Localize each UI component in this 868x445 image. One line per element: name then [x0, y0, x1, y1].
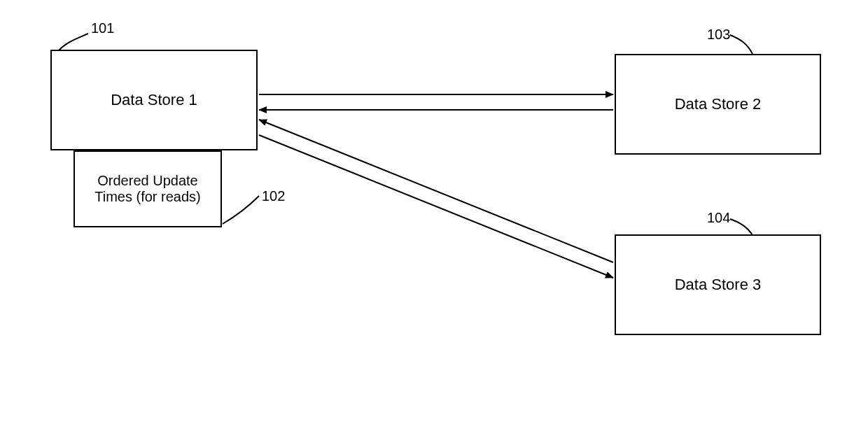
label-103: 103 [707, 27, 730, 43]
label-102: 102 [262, 188, 285, 204]
data-store-1-text: Data Store 1 [111, 91, 197, 109]
arrow-ds3-to-ds1 [259, 120, 613, 262]
leader-102 [223, 196, 259, 224]
ordered-update-times-box: Ordered Update Times (for reads) [74, 150, 222, 227]
data-store-3-text: Data Store 3 [675, 276, 762, 294]
data-store-3-box: Data Store 3 [615, 234, 821, 335]
ordered-update-times-text: Ordered Update Times (for reads) [94, 173, 201, 205]
data-store-1-box: Data Store 1 [50, 50, 258, 150]
leader-101 [59, 34, 88, 50]
leader-103 [730, 35, 752, 54]
arrow-ds1-to-ds3 [259, 135, 613, 278]
label-101: 101 [91, 20, 114, 36]
data-store-2-text: Data Store 2 [675, 95, 762, 113]
leader-104 [730, 219, 752, 235]
label-104: 104 [707, 210, 730, 226]
data-store-2-box: Data Store 2 [615, 54, 821, 155]
